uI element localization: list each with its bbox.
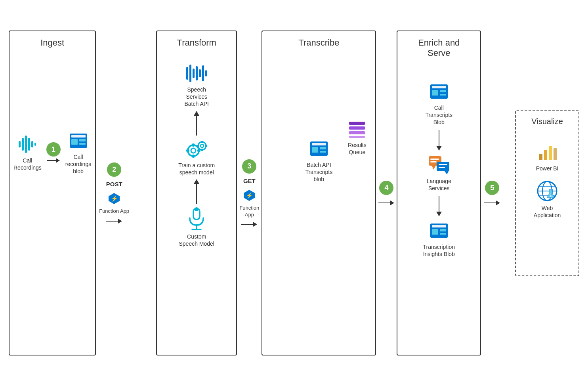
arrow-lang-to-insights — [436, 196, 442, 216]
svg-point-35 — [195, 207, 199, 211]
transcribe-title: Transcribe — [298, 38, 339, 48]
svg-rect-58 — [439, 164, 447, 165]
svg-rect-48 — [432, 86, 446, 88]
web-app-label: WebApplication — [534, 204, 561, 219]
svg-rect-14 — [189, 65, 191, 82]
svg-rect-10 — [79, 143, 86, 145]
transcription-insights-blob-group: TranscriptionInsights Blob — [423, 220, 455, 258]
svg-rect-65 — [539, 154, 542, 160]
results-queue-label: ResultsQueue — [348, 141, 367, 156]
custom-speech-label: CustomSpeech Model — [179, 233, 214, 247]
speech-services-label: SpeechServicesBatch API — [184, 86, 208, 108]
visualize-title: Visualize — [516, 117, 578, 126]
svg-rect-42 — [320, 151, 326, 153]
svg-rect-64 — [440, 233, 446, 235]
svg-rect-61 — [432, 225, 446, 227]
step2-badge: 2 — [107, 162, 121, 177]
svg-rect-9 — [79, 139, 86, 141]
svg-rect-17 — [199, 69, 201, 77]
svg-point-21 — [191, 148, 196, 153]
step4-connector: 4 — [378, 181, 394, 205]
transcription-insights-blob-icon — [429, 220, 449, 241]
speech-services-icon — [185, 63, 208, 84]
power-bi-icon-group: Power BI — [536, 142, 559, 172]
svg-rect-28 — [201, 141, 203, 143]
transform-title: Transform — [177, 38, 216, 48]
svg-rect-1 — [22, 138, 24, 151]
call-recordings-blob-label: Callrecordingsblob — [65, 153, 91, 175]
svg-point-27 — [200, 144, 204, 147]
sound-wave-icon — [17, 134, 38, 155]
transcription-insights-blob-label: TranscriptionInsights Blob — [423, 243, 455, 258]
visualize-content: Power BI WebAppl — [516, 138, 578, 223]
architecture-diagram: Ingest CallRecordings 1 — [9, 11, 579, 375]
step3-connector: 3 GET ⚡ FunctionApp — [239, 159, 259, 227]
language-services-label: LanguageServices — [427, 178, 451, 192]
power-bi-label: Power BI — [536, 165, 559, 172]
power-bi-icon — [537, 142, 557, 162]
enrich-section: Enrich andServe CallTranscriptsBlob — [397, 31, 481, 355]
step1-badge: 1 — [46, 142, 61, 157]
svg-rect-30 — [197, 145, 199, 147]
svg-rect-29 — [201, 149, 203, 151]
svg-rect-55 — [430, 161, 437, 162]
ingest-content: CallRecordings 1 C — [10, 130, 95, 175]
svg-rect-63 — [440, 229, 446, 231]
speech-services-icon-group: SpeechServicesBatch API — [184, 63, 208, 108]
transcribe-section: Transcribe Batch APITranscriptsblob — [262, 31, 376, 355]
svg-marker-57 — [445, 171, 449, 174]
svg-rect-13 — [186, 67, 188, 80]
svg-rect-54 — [430, 159, 439, 160]
svg-rect-24 — [186, 149, 189, 152]
svg-rect-15 — [193, 69, 195, 78]
call-recordings-blob-group: Callrecordingsblob — [65, 130, 91, 175]
svg-rect-23 — [192, 155, 195, 158]
svg-point-74 — [550, 195, 552, 197]
svg-rect-2 — [25, 136, 27, 153]
batch-api-blob-group: Batch APITranscriptsblob — [305, 138, 332, 183]
custom-speech-icon-group: CustomSpeech Model — [179, 207, 214, 247]
svg-text:⚡: ⚡ — [111, 195, 118, 202]
call-recordings-label: CallRecordings — [13, 157, 42, 171]
svg-rect-59 — [439, 167, 445, 168]
svg-rect-19 — [205, 70, 207, 76]
svg-rect-8 — [71, 139, 78, 145]
svg-rect-50 — [440, 90, 446, 92]
svg-rect-40 — [312, 147, 318, 153]
arrow-transcripts-to-lang — [436, 130, 442, 151]
step1-connector: 1 — [46, 142, 61, 163]
get-label: GET — [243, 178, 256, 184]
call-transcripts-blob-label: CallTranscriptsBlob — [425, 104, 452, 126]
svg-rect-67 — [549, 146, 552, 160]
svg-rect-43 — [349, 122, 365, 125]
ingest-section: Ingest CallRecordings 1 — [9, 31, 96, 355]
step5-connector: 5 — [484, 181, 500, 205]
call-transcripts-blob-group: CallTranscriptsBlob — [425, 81, 452, 126]
svg-rect-7 — [71, 135, 86, 138]
svg-rect-45 — [349, 131, 365, 134]
step3-badge: 3 — [242, 159, 256, 174]
microphone-icon — [187, 207, 206, 231]
step2-connector: 2 POST ⚡ Function App — [99, 162, 129, 224]
post-label: POST — [106, 181, 122, 187]
language-services-icon — [428, 155, 450, 175]
batch-api-blob-label: Batch APITranscriptsblob — [305, 161, 332, 183]
enrich-title: Enrich andServe — [418, 38, 460, 58]
svg-rect-5 — [34, 143, 36, 146]
svg-rect-0 — [19, 141, 21, 147]
svg-rect-22 — [192, 143, 195, 147]
svg-rect-31 — [205, 145, 207, 147]
ingest-title: Ingest — [40, 38, 64, 48]
batch-api-blob-icon — [309, 138, 329, 159]
arrow-to-speech — [194, 111, 199, 136]
results-queue-group: ResultsQueue — [347, 118, 367, 156]
visualize-section: Visualize Power BI — [515, 110, 579, 276]
svg-rect-41 — [320, 147, 326, 149]
svg-rect-66 — [544, 150, 547, 160]
arrow-from-custom-speech — [194, 179, 199, 204]
svg-rect-4 — [31, 141, 33, 147]
svg-rect-62 — [432, 229, 438, 235]
svg-rect-3 — [28, 138, 30, 151]
call-recordings-icon-group: CallRecordings — [13, 134, 42, 171]
language-services-group: LanguageServices — [427, 155, 451, 192]
